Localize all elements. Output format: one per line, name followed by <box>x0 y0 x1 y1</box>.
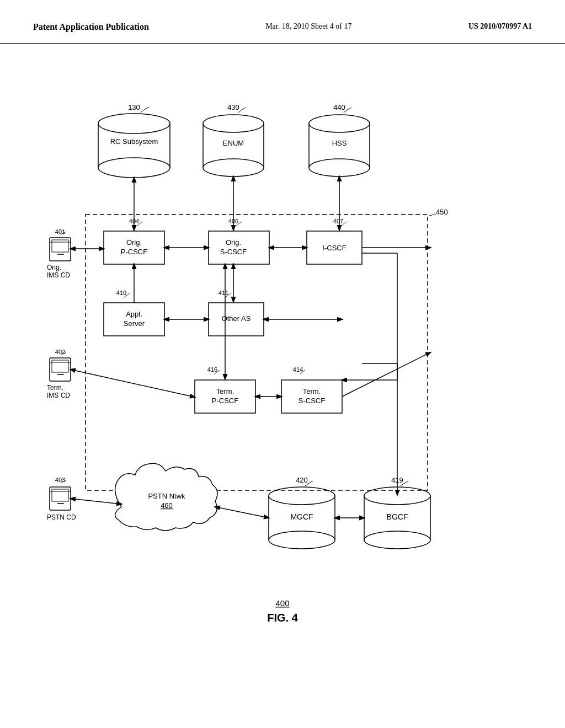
label-hss: HSS <box>332 139 347 147</box>
svg-point-5 <box>203 159 264 176</box>
svg-line-76 <box>71 370 195 397</box>
phone-401: 401 Orig. IMS CD <box>47 228 71 279</box>
svg-line-77 <box>342 352 430 397</box>
svg-text:Server: Server <box>124 319 145 328</box>
label-enum: ENUM <box>223 139 244 147</box>
svg-text:460: 460 <box>161 501 173 510</box>
svg-line-82 <box>215 507 269 518</box>
svg-point-2 <box>98 158 170 178</box>
ref-450: 450 <box>436 208 448 216</box>
svg-point-11 <box>269 531 335 549</box>
cylinder-rc-subsystem: 130 RC Subsystem <box>98 103 170 178</box>
svg-text:Orig.: Orig. <box>226 238 241 247</box>
svg-text:I-CSCF: I-CSCF <box>322 244 346 252</box>
svg-text:402: 402 <box>55 349 65 355</box>
svg-text:S-CSCF: S-CSCF <box>220 248 247 256</box>
cylinder-enum: 430 ENUM <box>203 103 264 176</box>
svg-text:PSTN Ntwk: PSTN Ntwk <box>148 492 185 500</box>
svg-rect-29 <box>50 487 71 510</box>
svg-text:410: 410 <box>116 290 126 296</box>
label-mgcf: MGCF <box>290 512 313 521</box>
svg-point-10 <box>269 487 335 505</box>
page: Patent Application Publication Mar. 18, … <box>0 0 565 728</box>
svg-text:Orig.: Orig. <box>47 264 61 271</box>
figure-label: FIG. 4 <box>267 612 298 624</box>
svg-text:PSTN CD: PSTN CD <box>47 513 76 521</box>
svg-text:Term.: Term. <box>47 384 63 392</box>
label-bgcf: BGCF <box>387 512 408 521</box>
page-header: Patent Application Publication Mar. 18, … <box>0 0 565 44</box>
svg-point-1 <box>98 114 170 133</box>
svg-text:IMS CD: IMS CD <box>47 271 70 279</box>
publication-title: Patent Application Publication <box>33 22 149 32</box>
ref-420: 420 <box>296 476 308 484</box>
box-orig-scscf: 406 Orig. S-CSCF <box>209 218 269 264</box>
label-rc-subsystem: RC Subsystem <box>110 137 158 146</box>
ref-130: 130 <box>128 103 140 111</box>
svg-text:416: 416 <box>207 366 217 373</box>
svg-point-4 <box>203 115 264 132</box>
svg-text:411: 411 <box>218 290 228 296</box>
box-other-as: 411 Other AS <box>209 290 264 336</box>
cylinder-hss: 440 HSS <box>309 103 370 176</box>
svg-text:Term.: Term. <box>303 387 321 395</box>
cloud-pstn: PSTN Ntwk 460 <box>115 463 217 531</box>
svg-rect-15 <box>50 238 71 261</box>
svg-rect-22 <box>50 358 71 381</box>
svg-text:403: 403 <box>55 477 65 483</box>
svg-text:S-CSCF: S-CSCF <box>299 397 325 405</box>
svg-point-7 <box>309 115 370 132</box>
svg-line-83 <box>71 499 121 504</box>
svg-text:P-CSCF: P-CSCF <box>212 397 238 405</box>
diagram-svg: 130 RC Subsystem 430 ENUM 440 <box>0 55 565 661</box>
svg-text:407: 407 <box>333 218 343 224</box>
svg-text:Other AS: Other AS <box>222 314 251 323</box>
svg-text:P-CSCF: P-CSCF <box>121 248 147 256</box>
svg-text:IMS CD: IMS CD <box>47 392 70 399</box>
svg-text:414: 414 <box>293 366 303 373</box>
patent-number: US 2010/070997 A1 <box>468 22 532 31</box>
ref-430: 430 <box>227 103 239 111</box>
diagram-area: 130 RC Subsystem 430 ENUM 440 <box>0 55 565 661</box>
svg-text:Appl.: Appl. <box>126 310 142 318</box>
svg-text:401: 401 <box>55 228 65 235</box>
sheet-info: Mar. 18, 2010 Sheet 4 of 17 <box>265 22 351 31</box>
svg-text:Orig.: Orig. <box>126 238 142 247</box>
svg-point-14 <box>364 531 430 549</box>
box-icscf: 407 I-CSCF <box>307 218 362 264</box>
cylinder-mgcf: 420 MGCF <box>269 476 335 549</box>
ref-440: 440 <box>333 103 345 111</box>
svg-text:Term.: Term. <box>216 387 234 395</box>
svg-point-8 <box>309 159 370 176</box>
figure-number: 400 <box>275 598 289 608</box>
box-term-scscf: 414 Term. S-CSCF <box>281 366 342 413</box>
phone-402: 402 Term. IMS CD <box>47 349 71 399</box>
